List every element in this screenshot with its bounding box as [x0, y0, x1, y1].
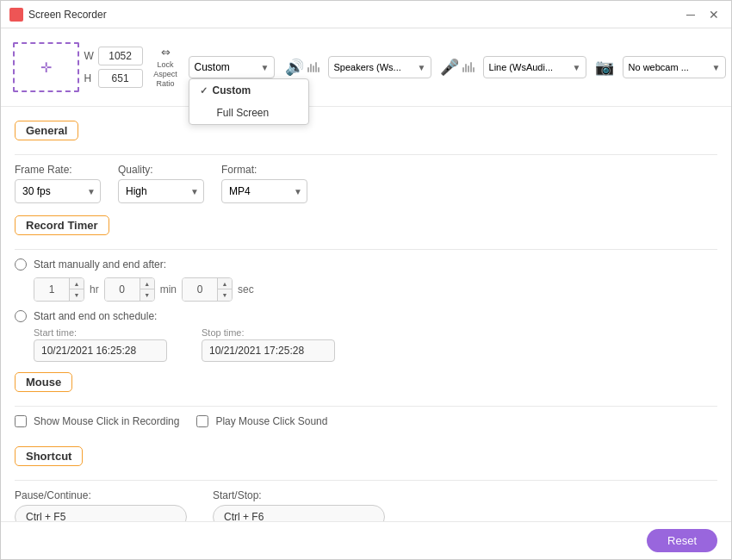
frame-rate-select-wrap[interactable]: 24 fps 30 fps 60 fps ▼	[15, 179, 101, 203]
start-manual-radio[interactable]	[15, 258, 27, 271]
capture-frame: ✛	[13, 42, 79, 92]
min-input-wrap: ▲ ▼	[104, 277, 155, 302]
line-select[interactable]: Line (WsAudi...	[483, 56, 586, 78]
record-timer-section-header: Record Timer	[15, 215, 109, 235]
speakers-select-wrap[interactable]: Speakers (Ws... ▼	[328, 56, 431, 78]
stop-time-group: Stop time:	[202, 327, 335, 362]
hr-input-wrap: ▲ ▼	[34, 277, 84, 302]
min-input[interactable]	[105, 278, 140, 301]
frame-rate-select[interactable]: 24 fps 30 fps 60 fps	[15, 179, 101, 203]
mic-bar-5	[473, 67, 475, 72]
bar-5	[318, 67, 319, 72]
min-spinners: ▲ ▼	[140, 278, 154, 301]
resolution-option-custom[interactable]: ✓ Custom	[189, 79, 308, 102]
schedule-label: Start and end on schedule:	[34, 310, 157, 322]
height-label: H	[84, 72, 95, 84]
mic-bar-4	[470, 62, 472, 72]
general-section-header: General	[15, 121, 78, 140]
crosshair-icon: ✛	[40, 59, 52, 76]
resolution-option-custom-label: Custom	[213, 84, 251, 96]
mouse-section-header: Mouse	[15, 372, 72, 392]
app-icon	[9, 8, 23, 22]
pause-input[interactable]	[15, 505, 187, 521]
min-up-btn[interactable]: ▲	[140, 278, 154, 289]
sec-up-btn[interactable]: ▲	[218, 278, 232, 289]
title-bar-controls: ─ ✕	[683, 8, 723, 22]
shortcut-divider	[15, 480, 717, 481]
show-click-checkbox[interactable]	[15, 415, 27, 427]
hr-input[interactable]	[34, 278, 69, 301]
mic-bar-1	[462, 67, 464, 72]
mouse-options-row: Show Mouse Click in Recording Play Mouse…	[15, 415, 717, 434]
shortcut-section-header: Shortcut	[15, 446, 83, 466]
min-down-btn[interactable]: ▼	[140, 289, 154, 301]
close-button[interactable]: ✕	[705, 8, 723, 22]
checkmark-icon: ✓	[200, 85, 208, 96]
width-input[interactable]	[98, 47, 143, 65]
start-time-input[interactable]	[34, 339, 167, 362]
resolution-select[interactable]: Custom Full Screen	[189, 56, 275, 78]
frame-rate-group: Frame Rate: 24 fps 30 fps 60 fps ▼	[15, 164, 101, 203]
title-bar-left: Screen Recorder	[9, 8, 107, 22]
resolution-option-fullscreen[interactable]: Full Screen	[189, 102, 308, 124]
resolution-dropdown[interactable]: Custom Full Screen ▼ ✓ Custom Full Scree…	[189, 56, 275, 78]
wh-inputs: W H	[84, 47, 143, 88]
window-title: Screen Recorder	[28, 9, 107, 21]
hr-down-btn[interactable]: ▼	[70, 289, 84, 301]
quality-select-wrap[interactable]: Low Medium High ▼	[118, 179, 204, 203]
timer-divider	[15, 249, 717, 250]
mouse-divider	[15, 406, 717, 407]
format-select[interactable]: MP4 AVI MOV GIF	[221, 179, 307, 203]
mic-item: 🎤	[440, 58, 475, 77]
schedule-row: Start and end on schedule:	[15, 310, 717, 322]
show-click-label: Show Mouse Click in Recording	[34, 415, 179, 427]
sec-down-btn[interactable]: ▼	[218, 289, 232, 301]
quality-label: Quality:	[118, 164, 204, 176]
hr-up-btn[interactable]: ▲	[70, 278, 84, 289]
bar-4	[315, 62, 317, 72]
bar-3	[313, 65, 314, 72]
format-label: Format:	[221, 164, 307, 176]
main-content: General Frame Rate: 24 fps 30 fps 60 fps…	[1, 107, 731, 521]
height-row: H	[84, 69, 143, 88]
lock-ratio[interactable]: ⇔ Lock AspectRatio	[148, 46, 183, 88]
width-row: W	[84, 47, 143, 65]
stop-time-input[interactable]	[202, 339, 335, 362]
main-window: Screen Recorder ─ ✕ ✛ W H	[0, 0, 732, 560]
quality-select[interactable]: Low Medium High	[118, 179, 204, 203]
height-input[interactable]	[98, 69, 143, 88]
title-bar: Screen Recorder ─ ✕	[1, 1, 731, 28]
audio-section: 🔊 Speakers (Ws... ▼ 🎤	[285, 56, 726, 78]
reset-button[interactable]: Reset	[647, 529, 717, 552]
mic-bar-3	[468, 65, 469, 72]
webcam-select[interactable]: No webcam ...	[623, 56, 726, 78]
sec-input-wrap: ▲ ▼	[182, 277, 233, 302]
timer-inputs: ▲ ▼ hr ▲ ▼ min ▲ ▼ sec	[34, 277, 717, 302]
speakers-select[interactable]: Speakers (Ws...	[328, 56, 431, 78]
general-form-row: Frame Rate: 24 fps 30 fps 60 fps ▼ Quali…	[15, 164, 717, 203]
schedule-radio[interactable]	[15, 310, 27, 322]
start-stop-input[interactable]	[213, 505, 385, 521]
play-sound-checkbox[interactable]	[196, 415, 208, 427]
start-manual-row: Start manually and end after:	[15, 258, 717, 271]
webcam-select-wrap[interactable]: No webcam ... ▼	[623, 56, 726, 78]
format-select-wrap[interactable]: MP4 AVI MOV GIF ▼	[221, 179, 307, 203]
schedule-times: Start time: Stop time:	[34, 327, 717, 362]
mic-icon: 🎤	[440, 58, 459, 77]
webcam-item: 📷	[595, 58, 614, 77]
pause-label: Pause/Continue:	[15, 489, 187, 501]
minimize-button[interactable]: ─	[683, 8, 698, 22]
start-stop-group: Start/Stop:	[213, 489, 385, 521]
hr-unit: hr	[90, 283, 99, 296]
mic-bar-2	[465, 64, 467, 72]
start-time-label: Start time:	[34, 327, 167, 338]
speaker-bars	[307, 62, 319, 72]
line-select-wrap[interactable]: Line (WsAudi... ▼	[483, 56, 586, 78]
lock-icon: ⇔	[161, 46, 171, 59]
start-manual-label: Start manually and end after:	[34, 258, 166, 271]
sec-input[interactable]	[183, 278, 217, 301]
stop-time-label: Stop time:	[202, 327, 335, 338]
resolution-dropdown-menu: ✓ Custom Full Screen	[189, 78, 309, 125]
bar-2	[310, 64, 312, 72]
webcam-icon: 📷	[595, 58, 614, 77]
